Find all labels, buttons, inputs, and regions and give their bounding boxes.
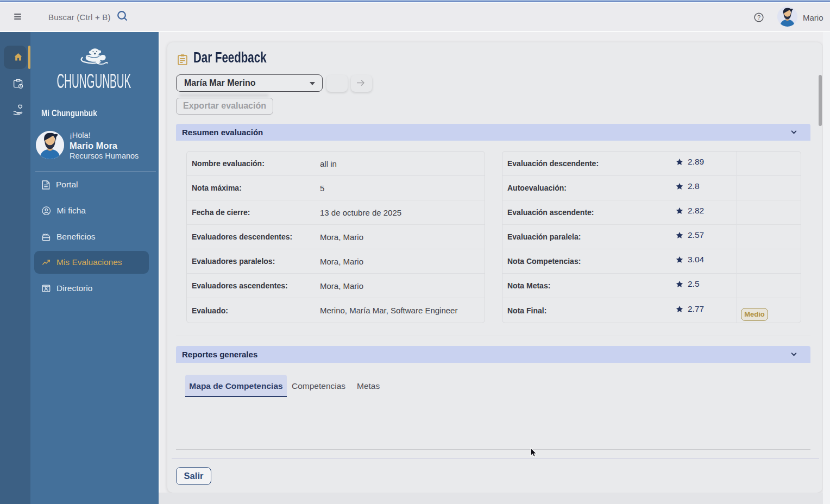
svg-text:?: ?	[757, 14, 760, 21]
